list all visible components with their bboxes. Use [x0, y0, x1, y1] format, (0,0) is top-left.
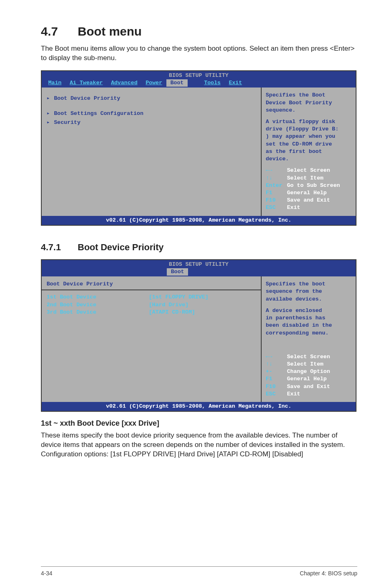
- help-line: availabe devices.: [266, 296, 352, 303]
- bios-tab-tools[interactable]: Tools: [200, 79, 225, 87]
- legend-label: Change Option: [287, 368, 330, 375]
- legend-label: Save and Exit: [287, 197, 330, 204]
- bios-left-pane: ▸ Boot Device Priority ▸ Boot Settings C…: [42, 88, 262, 215]
- legend-key: +-: [266, 368, 287, 375]
- bios-tab-aitweaker[interactable]: Ai Tweaker: [65, 79, 107, 87]
- boot-device-row[interactable]: 3rd Boot Device [ATAPI CD-ROM]: [47, 309, 256, 316]
- bios-tab-boot[interactable]: Boot: [167, 268, 188, 276]
- page-number: 4-34: [41, 570, 52, 577]
- legend-row: ↑↓Select Item: [266, 175, 352, 182]
- legend-row: ESCExit: [266, 391, 352, 398]
- bios-tab-advanced[interactable]: Advanced: [107, 79, 141, 87]
- legend-label: Exit: [287, 204, 300, 211]
- help-line: set the CD-ROM drive: [266, 141, 352, 148]
- boot-device-row[interactable]: 1st Boot Device [1st FLOPPY DRIVE]: [47, 294, 256, 301]
- bios-right-pane: Specifies the Boot Device Boot Priority …: [262, 88, 356, 215]
- legend-row: ←→Select Screen: [266, 167, 352, 174]
- bios-left-pane: Boot Device Priority 1st Boot Device [1s…: [42, 276, 262, 402]
- help-line: in parenthesis has: [266, 314, 352, 322]
- bios-title: BIOS SETUP UTILITY: [42, 71, 356, 79]
- subsection-title-text: Boot Device Priority: [78, 242, 164, 252]
- chapter-label: Chapter 4: BIOS setup: [300, 570, 357, 577]
- legend-row: +-Change Option: [266, 368, 352, 375]
- help-line: corresponding menu.: [266, 330, 352, 337]
- legend-key: F10: [266, 197, 287, 204]
- legend-row: ↑↓Select Item: [266, 361, 352, 368]
- help-line: Specifies the boot: [266, 281, 352, 288]
- legend-label: Select Item: [287, 175, 323, 182]
- legend-label: General Help: [287, 189, 327, 197]
- legend-row: F1General Help: [266, 189, 352, 197]
- legend-key: F1: [266, 375, 287, 383]
- section-intro: The Boot menu items allow you to change …: [41, 44, 357, 63]
- bios-panel-heading: Boot Device Priority: [47, 281, 256, 288]
- bios-tab-main[interactable]: Main: [44, 79, 65, 87]
- bios-footer: v02.61 (C)Copyright 1985-2008, American …: [42, 402, 356, 411]
- help-line: Device Boot Priority: [266, 99, 352, 107]
- field-heading: 1st ~ xxth Boot Device [xxx Drive]: [41, 419, 357, 428]
- section-heading: 4.7Boot menu: [41, 25, 357, 38]
- boot-device-row[interactable]: 2nd Boot Device [Hard Drive]: [47, 301, 256, 309]
- bios-tab-exit[interactable]: Exit: [225, 79, 246, 87]
- help-line: drive (Floppy Drive B:: [266, 126, 352, 133]
- legend-key: ↑↓: [266, 361, 287, 368]
- menu-item-boot-device-priority[interactable]: ▸ Boot Device Priority: [47, 95, 256, 102]
- legend-key: ESC: [266, 204, 287, 211]
- legend-label: Select Item: [287, 361, 323, 368]
- help-line: as the first boot: [266, 148, 352, 155]
- menu-item-label: Boot Settings Configuration: [54, 110, 143, 117]
- bios-tab-power[interactable]: Power: [141, 79, 166, 87]
- legend-key: ←→: [266, 353, 287, 361]
- section-number: 4.7: [41, 25, 78, 38]
- bios-tab-row: Boot: [42, 268, 356, 276]
- legend-row: F10Save and Exit: [266, 197, 352, 204]
- subsection-heading: 4.7.1Boot Device Priority: [41, 242, 357, 253]
- field-description: These items specify the boot device prio…: [41, 431, 357, 459]
- legend-key: ←→: [266, 167, 287, 174]
- help-line: A device enclosed: [266, 307, 352, 314]
- help-line: been disabled in the: [266, 322, 352, 329]
- legend-label: Select Screen: [287, 167, 330, 174]
- menu-item-label: Security: [54, 119, 81, 126]
- legend-label: Save and Exit: [287, 383, 330, 391]
- bios-tab-row: Main Ai Tweaker Advanced Power Boot Tool…: [42, 79, 356, 88]
- menu-item-security[interactable]: ▸ Security: [47, 119, 256, 126]
- help-line: sequence from the: [266, 288, 352, 295]
- boot-device-value: [1st FLOPPY DRIVE]: [149, 294, 208, 301]
- boot-device-value: [ATAPI CD-ROM]: [149, 309, 195, 316]
- help-line: Specifies the Boot: [266, 92, 352, 99]
- legend-label: Exit: [287, 391, 300, 398]
- legend-row: F10Save and Exit: [266, 383, 352, 391]
- bios-tab-boot[interactable]: Boot: [166, 79, 188, 87]
- help-line: sequence.: [266, 107, 352, 114]
- subsection-number: 4.7.1: [41, 242, 78, 253]
- submenu-arrow-icon: ▸: [47, 95, 54, 102]
- bios-title: BIOS SETUP UTILITY: [42, 260, 356, 268]
- bios-screen-boot-menu: BIOS SETUP UTILITY Main Ai Tweaker Advan…: [41, 70, 356, 226]
- bios-screen-boot-device-priority: BIOS SETUP UTILITY Boot Boot Device Prio…: [41, 259, 356, 412]
- section-title-text: Boot menu: [78, 25, 142, 38]
- bios-right-pane: Specifies the boot sequence from the ava…: [262, 276, 356, 402]
- submenu-arrow-icon: ▸: [47, 119, 54, 126]
- legend-row: EnterGo to Sub Screen: [266, 182, 352, 189]
- boot-device-key: 1st Boot Device: [47, 294, 149, 301]
- menu-item-boot-settings-config[interactable]: ▸ Boot Settings Configuration: [47, 110, 256, 117]
- legend-row: ESCExit: [266, 204, 352, 211]
- help-line: device.: [266, 155, 352, 163]
- legend-label: Go to Sub Screen: [287, 182, 340, 189]
- boot-device-key: 3rd Boot Device: [47, 309, 149, 316]
- legend-key: Enter: [266, 182, 287, 189]
- submenu-arrow-icon: ▸: [47, 110, 54, 117]
- help-line: A virtual floppy disk: [266, 118, 352, 126]
- legend-key: F10: [266, 383, 287, 391]
- legend-key: F1: [266, 189, 287, 197]
- legend-label: Select Screen: [287, 353, 330, 361]
- help-line: ) may appear when you: [266, 133, 352, 140]
- legend-key: ↑↓: [266, 175, 287, 182]
- legend-row: F1General Help: [266, 375, 352, 383]
- bios-footer: v02.61 (C)Copyright 1985-2008, American …: [42, 216, 356, 225]
- legend-row: ←→Select Screen: [266, 353, 352, 361]
- page-footer: 4-34 Chapter 4: BIOS setup: [41, 566, 357, 577]
- boot-device-value: [Hard Drive]: [149, 301, 188, 309]
- legend-key: ESC: [266, 391, 287, 398]
